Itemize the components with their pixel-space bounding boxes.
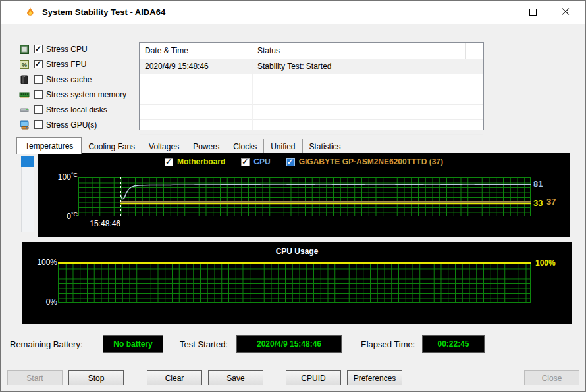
legend-item-gpu: GIGABYTE GP-ASM2NE6200TTTD (37) — [286, 157, 443, 166]
table-row — [140, 120, 483, 135]
usage-y-max-label: 100% — [35, 258, 57, 267]
test-started-value-badge: 2020/4/9 15:48:46 — [236, 335, 342, 353]
gpu-current-value: 37 — [546, 197, 556, 207]
stress-fpu-checkbox[interactable] — [34, 60, 43, 68]
column-divider — [252, 59, 253, 130]
table-row — [140, 89, 483, 105]
usage-y-min-label: 0% — [35, 297, 57, 306]
stress-options: Stress CPU % Stress FPU Stress cache Str… — [19, 41, 126, 132]
table-row — [140, 105, 483, 120]
minimize-icon — [496, 12, 504, 12]
window-title: System Stability Test - AIDA64 — [42, 1, 165, 24]
stress-memory-label: Stress system memory — [46, 90, 126, 99]
gpu-checkbox[interactable] — [286, 158, 295, 166]
motherboard-checkbox[interactable] — [165, 158, 173, 166]
y-axis-max-label: 100°C — [47, 172, 78, 182]
column-header-status[interactable]: Status — [252, 43, 466, 59]
y-axis-min-label: 0°C — [47, 211, 78, 221]
cpu-chip-icon — [19, 44, 30, 55]
temperature-chart-panel: Motherboard CPU GIGABYTE GP-ASM2NE6200TT… — [38, 153, 570, 237]
table-row[interactable]: 2020/4/9 15:48:46 Stability Test: Starte… — [140, 59, 483, 74]
cpu-current-value: 81 — [533, 179, 543, 189]
stress-cpu-row: Stress CPU — [19, 41, 126, 57]
legend-item-cpu: CPU — [241, 157, 270, 166]
elapsed-time-value-badge: 00:22:45 — [422, 335, 485, 353]
x-axis-start-time: 15:48:46 — [86, 219, 120, 228]
usage-current-value: 100% — [535, 258, 556, 268]
tab-statistics[interactable]: Statistics — [302, 139, 348, 154]
table-row — [140, 74, 483, 89]
test-start-marker — [120, 177, 121, 216]
stop-button[interactable]: Stop — [68, 370, 124, 385]
clear-button[interactable]: Clear — [147, 370, 202, 385]
svg-text:%: % — [22, 61, 27, 68]
motherboard-current-value: 33 — [533, 198, 543, 208]
stress-fpu-row: % Stress FPU — [19, 57, 126, 72]
hard-disk-icon — [19, 105, 30, 115]
event-log-table: Date & Time Status 2020/4/9 15:48:46 Sta… — [139, 42, 484, 130]
cpu-usage-chart-panel: CPU Usage 100% 0% 100% — [22, 242, 572, 324]
maximize-icon — [529, 9, 537, 16]
test-started-label: Test Started: — [180, 339, 228, 349]
cache-chip-icon — [19, 74, 30, 85]
column-divider — [466, 59, 466, 130]
stability-test-window: System Stability Test - AIDA64 Stress CP… — [0, 0, 586, 392]
elapsed-time-label: Elapsed Time: — [361, 339, 415, 349]
gpu-label: GIGABYTE GP-ASM2NE6200TTTD (37) — [299, 157, 443, 166]
tab-cooling-fans[interactable]: Cooling Fans — [81, 139, 142, 154]
tab-clocks[interactable]: Clocks — [226, 139, 264, 154]
save-button[interactable]: Save — [208, 370, 263, 385]
maximize-button[interactable] — [518, 1, 547, 23]
memory-module-icon — [19, 89, 30, 100]
battery-value-badge: No battery — [103, 335, 163, 353]
cpu-label: CPU — [253, 157, 270, 166]
stress-memory-checkbox[interactable] — [34, 90, 43, 99]
close-icon — [562, 8, 570, 16]
titlebar: System Stability Test - AIDA64 — [1, 1, 585, 24]
stress-cache-row: Stress cache — [19, 72, 126, 87]
cpu-checkbox[interactable] — [241, 158, 250, 166]
event-log-header: Date & Time Status — [140, 43, 483, 59]
cpuid-button[interactable]: CPUID — [286, 370, 341, 385]
temperature-series-plot — [78, 177, 531, 216]
tab-voltages[interactable]: Voltages — [142, 139, 186, 154]
stress-cache-checkbox[interactable] — [34, 75, 43, 84]
cell-datetime: 2020/4/9 15:48:46 — [140, 59, 252, 74]
preferences-button[interactable]: Preferences — [347, 370, 402, 385]
fpu-percent-icon: % — [19, 59, 30, 70]
gpu-monitor-icon — [19, 120, 30, 130]
minimize-button[interactable] — [485, 1, 514, 23]
cpu-usage-title: CPU Usage — [22, 247, 572, 256]
close-action-button[interactable]: Close — [524, 370, 579, 385]
stress-disks-label: Stress local disks — [46, 105, 107, 114]
tab-strip: Temperatures Cooling Fans Voltages Power… — [16, 137, 348, 154]
stress-cache-label: Stress cache — [46, 75, 92, 84]
stress-gpu-checkbox[interactable] — [34, 120, 43, 129]
cell-status: Stability Test: Started — [252, 59, 466, 74]
temperature-legend: Motherboard CPU GIGABYTE GP-ASM2NE6200TT… — [38, 157, 570, 166]
stress-cpu-label: Stress CPU — [46, 45, 88, 54]
stress-gpu-label: Stress GPU(s) — [46, 120, 97, 130]
legend-item-motherboard: Motherboard — [165, 157, 225, 166]
slider-thumb[interactable] — [21, 156, 34, 167]
tab-temperatures[interactable]: Temperatures — [16, 137, 82, 154]
battery-label: Remaining Battery: — [10, 339, 83, 349]
stress-disks-checkbox[interactable] — [34, 105, 43, 114]
flame-icon — [24, 7, 36, 18]
cpu-usage-series-plot — [58, 263, 531, 303]
tab-unified[interactable]: Unified — [263, 139, 302, 154]
motherboard-label: Motherboard — [177, 157, 225, 166]
stress-fpu-label: Stress FPU — [46, 60, 86, 69]
start-button[interactable]: Start — [7, 370, 63, 385]
close-button[interactable] — [551, 1, 580, 23]
stress-disks-row: Stress local disks — [19, 102, 126, 117]
stress-cpu-checkbox[interactable] — [34, 45, 43, 53]
tab-powers[interactable]: Powers — [186, 139, 226, 154]
stress-memory-row: Stress system memory — [19, 87, 126, 102]
stress-gpu-row: Stress GPU(s) — [19, 117, 126, 132]
chart-zoom-slider[interactable] — [21, 156, 34, 232]
column-header-datetime[interactable]: Date & Time — [140, 43, 252, 59]
